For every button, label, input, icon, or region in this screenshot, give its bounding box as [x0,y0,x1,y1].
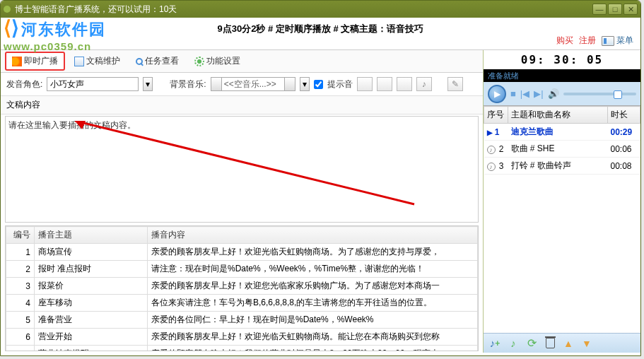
table-row[interactable]: 4座车移动各位来宾请注意！车号为粤B,6,6,8,8,8,的车主请将您的车开往适… [6,295,478,312]
main-tabs: 即时广播 文稿维护 任务查看 功能设置 [1,50,483,73]
trash-icon [546,338,555,348]
hint-sound-checkbox[interactable] [314,80,323,89]
clock: 09: 30: 05 [484,50,640,69]
table-row[interactable]: 2报时 准点报时请注意：现在时间是%Date%，%Week%，%Time%整，谢… [6,261,478,278]
menu-icon [602,36,614,46]
tab-tasks[interactable]: 任务查看 [129,52,185,71]
table-row[interactable]: 7营业结束提醒亲爱的顾客朋友晚上好！我们的营业时间是早上8：30至晚上22：00… [6,346,478,352]
move-up-button[interactable]: ▲ [561,336,575,351]
col-content[interactable]: 播音内容 [148,227,478,244]
tool-btn-music[interactable]: ♪ [416,77,432,91]
menu-button[interactable]: 菜单 [602,35,633,47]
maximize-button[interactable]: □ [608,4,622,15]
watermark: ⟨⟩ 河东软件园 www.pc0359.cn [4,16,106,52]
volume-icon[interactable]: 🔊 [548,88,559,99]
editor-header: 文稿内容 [1,96,483,114]
stop-button[interactable]: ■ [510,88,516,99]
col-num[interactable]: 编号 [6,227,35,244]
content-textarea[interactable]: 请在这里输入要插播的文稿内容。 [5,116,479,223]
register-link[interactable]: 注册 [579,35,596,47]
table-row[interactable]: 6营业开始亲爱的顾客朋友早上好！欢迎光临天虹购物商场。能让您在本商场购买到您称 [6,329,478,346]
voice-select[interactable] [47,77,139,91]
playlist[interactable]: 序号 主题和歌曲名称 时长 ▶ 1迪克兰歌曲00:29♪ 2歌曲 # SHE00… [484,106,640,333]
add-track-button[interactable]: ♪+ [488,336,502,351]
bgm-select[interactable]: <<空音乐...>> [211,77,295,91]
annotation-arrow [75,121,428,213]
buy-link[interactable]: 购买 [556,35,573,47]
title-bar: 博士智能语音广播系统，还可以试用：10天 — □ ✕ [1,1,640,18]
tool-btn-1[interactable] [357,77,373,91]
svg-line-0 [75,121,414,204]
document-icon [74,57,84,66]
speaker-icon [12,57,22,66]
broadcast-grid[interactable]: 编号 播音主题 播音内容 1商场宣传亲爱的顾客朋友早上好！欢迎光临天虹购物商场。… [5,225,479,351]
table-row[interactable]: 5准备营业亲爱的各位同仁：早上好！现在时间是%Date%，%Week% [6,312,478,329]
app-icon [4,6,11,13]
tab-broadcast[interactable]: 即时广播 [5,52,65,71]
gear-icon [194,57,204,66]
window-title: 博士智能语音广播系统，还可以试用：10天 [15,4,591,16]
add-track-alt-button[interactable]: ♪ [506,336,520,351]
tab-settings[interactable]: 功能设置 [188,52,247,71]
close-button[interactable]: ✕ [623,4,638,15]
bgm-dropdown-button[interactable]: ▾ [300,77,310,91]
pl-col-name[interactable]: 主题和歌曲名称 [508,107,608,124]
player-controls: ▶ ■ |◀ ▶| 🔊 [484,82,640,106]
minimize-button[interactable]: — [592,4,607,15]
playlist-row[interactable]: ♪ 2歌曲 # SHE00:06 [484,141,640,158]
playlist-row[interactable]: ▶ 1迪克兰歌曲00:29 [484,124,640,141]
voice-row: 发音角色: ▾ 背景音乐: <<空音乐...>> ▾ 提示音 ♪ ✎ [1,73,483,96]
col-subject[interactable]: 播音主题 [35,227,148,244]
table-row[interactable]: 3报菜价亲爱的顾客朋友早上好！欢迎您光临家家乐购物广场。为了感谢您对本商场一 [6,278,478,295]
tab-docs[interactable]: 文稿维护 [68,52,127,71]
delete-button[interactable] [543,336,557,351]
prev-button[interactable]: |◀ [520,88,529,99]
volume-slider[interactable] [563,93,636,95]
voice-dropdown-button[interactable]: ▾ [143,77,153,91]
move-down-button[interactable]: ▼ [580,336,594,351]
pl-col-num[interactable]: 序号 [484,107,508,124]
playlist-row[interactable]: ♪ 3打铃 # 歌曲铃声00:08 [484,158,640,175]
bgm-label: 背景音乐: [170,78,206,90]
search-icon [136,58,143,65]
tool-btn-insert[interactable]: ✎ [447,77,463,91]
next-button[interactable]: ▶| [534,88,543,99]
tool-btn-3[interactable] [397,77,412,91]
voice-label: 发音角色: [6,78,42,90]
pl-col-dur[interactable]: 时长 [608,107,640,124]
tool-btn-2[interactable] [377,77,392,91]
playlist-tools: ♪+ ♪ ⟳ ▲ ▼ [484,333,640,353]
hint-sound-label: 提示音 [327,78,353,90]
refresh-button[interactable]: ⟳ [525,336,539,351]
table-row[interactable]: 1商场宣传亲爱的顾客朋友早上好！欢迎光临天虹购物商场。为了感谢您的支持与厚爱， [6,244,478,261]
player-status: 准备就绪 [484,69,640,82]
play-button[interactable]: ▶ [488,85,506,103]
